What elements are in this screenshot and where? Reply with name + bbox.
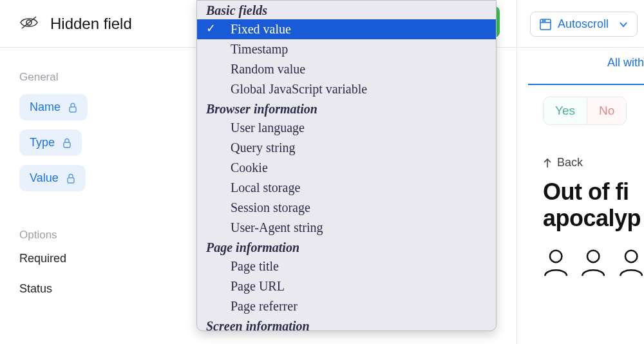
svg-point-7 <box>542 20 544 21</box>
pill-label: Name <box>30 100 61 114</box>
section-label-options: Options <box>19 229 178 242</box>
dropdown-item[interactable]: Local storage <box>197 178 496 198</box>
svg-rect-2 <box>70 107 76 112</box>
person-icon <box>580 246 606 280</box>
person-icon <box>543 246 569 280</box>
svg-point-10 <box>587 250 599 262</box>
pill-label: Type <box>30 136 55 149</box>
back-link[interactable]: Back <box>543 156 644 169</box>
dropdown-item[interactable]: Page title <box>197 256 496 276</box>
dropdown-item[interactable]: Page URL <box>197 276 496 296</box>
all-with-link[interactable]: All with <box>530 56 644 70</box>
option-required[interactable]: Required <box>19 252 178 265</box>
lock-icon <box>62 138 71 148</box>
dropdown-group-label: Browser information <box>197 99 496 118</box>
hidden-eye-icon <box>19 15 39 32</box>
preview-heading-line2: apocalyp <box>543 205 644 231</box>
svg-rect-4 <box>68 178 74 183</box>
pill-value[interactable]: Value <box>19 165 86 191</box>
yes-no-toggle: Yes No <box>543 97 627 125</box>
type-dropdown-menu: Basic fieldsFixed valueTimestampRandom v… <box>196 0 497 331</box>
dropdown-item[interactable]: Query string <box>197 138 496 158</box>
page-title: Hidden field <box>50 15 132 33</box>
dropdown-group-label: Screen information <box>197 316 496 331</box>
dropdown-group-label: Basic fields <box>197 1 496 19</box>
section-label-general: General <box>19 71 178 84</box>
chevron-down-icon <box>619 20 628 29</box>
dropdown-item[interactable]: Page referrer <box>197 296 496 316</box>
svg-point-8 <box>544 20 545 21</box>
arrow-up-icon <box>543 158 552 168</box>
people-icons-row <box>543 246 644 280</box>
dropdown-group-label: Page information <box>197 238 496 256</box>
dropdown-item[interactable]: User-Agent string <box>197 218 496 238</box>
pill-label: Value <box>30 171 59 185</box>
left-sidebar: General Name Type Value Optio <box>0 48 193 312</box>
person-icon <box>618 246 644 280</box>
option-status[interactable]: Status <box>19 282 178 296</box>
dropdown-item[interactable]: Session storage <box>197 198 496 218</box>
preview-heading-line1: Out of fi <box>543 178 644 205</box>
dropdown-item[interactable]: Fixed value <box>197 19 496 39</box>
lock-icon <box>68 102 77 113</box>
dropdown-item[interactable]: Timestamp <box>197 39 496 59</box>
dropdown-item[interactable]: User language <box>197 118 496 138</box>
no-button[interactable]: No <box>587 97 626 124</box>
autoscroll-button[interactable]: Autoscroll <box>530 12 638 37</box>
tab-underline <box>528 84 644 85</box>
layout-icon <box>540 19 551 30</box>
yes-button[interactable]: Yes <box>544 97 587 124</box>
svg-point-9 <box>550 250 562 262</box>
pill-type[interactable]: Type <box>19 129 82 156</box>
svg-point-11 <box>625 250 637 262</box>
dropdown-item[interactable]: Global JavaScript variable <box>197 79 496 99</box>
dropdown-item[interactable]: Random value <box>197 59 496 79</box>
lock-icon <box>66 173 75 184</box>
svg-rect-3 <box>64 142 70 148</box>
autoscroll-label: Autoscroll <box>558 17 609 31</box>
dropdown-item[interactable]: Cookie <box>197 158 496 178</box>
pill-name[interactable]: Name <box>19 94 88 120</box>
back-label: Back <box>557 156 583 169</box>
